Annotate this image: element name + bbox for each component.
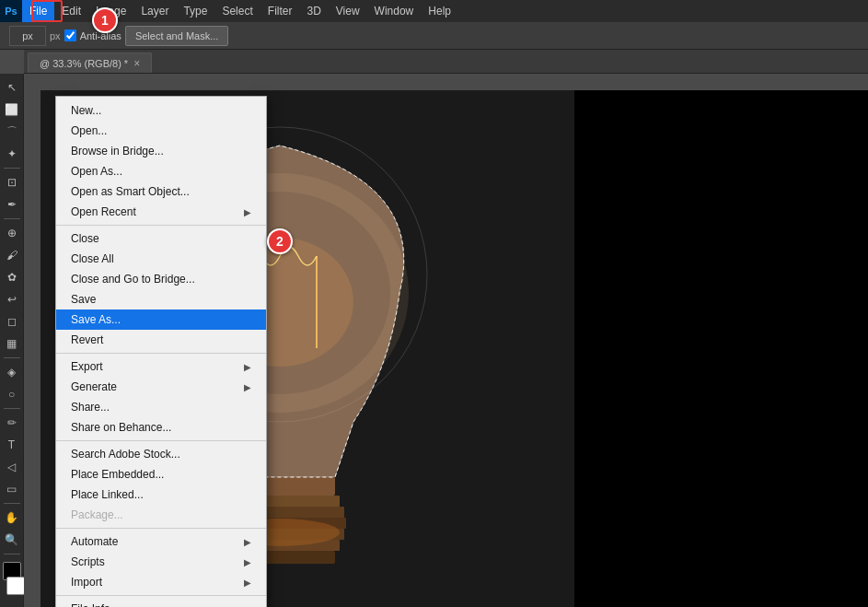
tool-divider-6	[4, 554, 20, 554]
tool-brush[interactable]: 🖌	[2, 245, 22, 265]
tool-background-color[interactable]	[6, 577, 25, 595]
menu-item-browse-bridge[interactable]: Browse in Bridge...	[56, 141, 266, 161]
menu-item-package: Package...	[56, 505, 266, 525]
tool-eraser[interactable]: ◻	[2, 311, 22, 332]
menu-item-close-bridge[interactable]: Close and Go to Bridge...	[56, 269, 266, 289]
toolbar-row: px Anti-alias Select and Mask...	[0, 22, 868, 50]
import-arrow: ▶	[244, 578, 251, 588]
menu-help[interactable]: Help	[421, 0, 458, 22]
automate-arrow: ▶	[244, 537, 251, 547]
menu-item-export[interactable]: Export ▶	[56, 356, 266, 377]
anti-alias-label: Anti-alias	[80, 30, 122, 41]
tab-row: @ 33.3% (RGB/8) * ×	[24, 50, 868, 74]
tab-close-icon[interactable]: ×	[133, 57, 140, 70]
generate-arrow: ▶	[244, 382, 251, 392]
tool-dodge[interactable]: ○	[2, 384, 22, 404]
sep-5	[56, 595, 266, 596]
menu-item-place-embedded[interactable]: Place Embedded...	[56, 464, 266, 484]
menu-item-close-all[interactable]: Close All	[56, 249, 266, 269]
sep-2	[56, 353, 266, 354]
menu-item-import[interactable]: Import ▶	[56, 572, 266, 592]
tool-stamp[interactable]: ✿	[2, 267, 22, 287]
tool-eyedropper[interactable]: ✒	[2, 194, 22, 215]
tool-crop[interactable]: ⊡	[2, 172, 22, 193]
menu-item-automate[interactable]: Automate ▶	[56, 531, 266, 552]
scripts-arrow: ▶	[244, 557, 251, 567]
file-menu: New... Open... Browse in Bridge... Open …	[55, 96, 267, 607]
export-arrow: ▶	[244, 362, 251, 372]
menu-item-generate[interactable]: Generate ▶	[56, 377, 266, 397]
sep-1	[56, 225, 266, 226]
tool-heal[interactable]: ⊕	[2, 223, 22, 243]
tool-text[interactable]: T	[2, 435, 22, 455]
menu-view[interactable]: View	[329, 0, 367, 22]
tool-history[interactable]: ↩	[2, 289, 22, 309]
menu-item-new[interactable]: New...	[56, 100, 266, 121]
menu-edit[interactable]: Edit	[54, 0, 88, 22]
ps-logo: Ps	[0, 0, 22, 22]
sep-3	[56, 440, 266, 441]
menu-item-save-as[interactable]: Save As...	[56, 309, 266, 330]
tool-divider-1	[4, 168, 20, 169]
file-dropdown: New... Open... Browse in Bridge... Open …	[55, 96, 267, 607]
menu-item-open[interactable]: Open...	[56, 121, 266, 141]
tool-wand[interactable]: ✦	[2, 144, 22, 164]
menu-image[interactable]: Image	[88, 0, 133, 22]
tool-pen[interactable]: ✏	[2, 413, 22, 433]
menu-type[interactable]: Type	[176, 0, 214, 22]
tool-divider-5	[4, 503, 20, 504]
size-unit: px	[50, 30, 61, 41]
menu-item-close[interactable]: Close	[56, 228, 266, 249]
tool-divider-3	[4, 357, 20, 358]
menu-bar: Ps File Edit Image Layer Type Select Fil…	[0, 0, 868, 22]
menu-filter[interactable]: Filter	[260, 0, 300, 22]
anti-alias-checkbox[interactable]	[64, 29, 76, 41]
menu-item-scripts[interactable]: Scripts ▶	[56, 552, 266, 572]
document-tab[interactable]: @ 33.3% (RGB/8) * ×	[28, 53, 152, 73]
menu-window[interactable]: Window	[367, 0, 422, 22]
open-recent-arrow: ▶	[244, 207, 251, 217]
menu-layer[interactable]: Layer	[133, 0, 176, 22]
canvas-area: New... Open... Browse in Bridge... Open …	[24, 74, 868, 607]
tool-move[interactable]: ↖	[2, 77, 22, 98]
menu-item-file-info[interactable]: File Info...	[56, 599, 266, 607]
main-area: ↖ ⬜ ⌒ ✦ ⊡ ✒ ⊕ 🖌 ✿ ↩ ◻ ▦ ◈ ○ ✏ T ◁ ▭ ✋ 🔍	[0, 74, 868, 607]
menu-item-share[interactable]: Share...	[56, 397, 266, 417]
tool-path[interactable]: ◁	[2, 457, 22, 477]
tool-shape[interactable]: ▭	[2, 479, 22, 499]
menu-item-open-smart[interactable]: Open as Smart Object...	[56, 181, 266, 202]
tool-blur[interactable]: ◈	[2, 362, 22, 382]
tool-divider-4	[4, 408, 20, 409]
menu-item-revert[interactable]: Revert	[56, 330, 266, 350]
menu-item-save[interactable]: Save	[56, 289, 266, 309]
menu-item-share-behance[interactable]: Share on Behance...	[56, 417, 266, 438]
tool-marquee[interactable]: ⬜	[2, 99, 22, 120]
menu-select[interactable]: Select	[214, 0, 260, 22]
anti-alias-wrap: Anti-alias	[64, 29, 122, 41]
sep-4	[56, 528, 266, 529]
tool-hand[interactable]: ✋	[2, 508, 22, 528]
menu-file[interactable]: File	[22, 0, 54, 22]
tool-gradient[interactable]: ▦	[2, 333, 22, 354]
menu-item-place-linked[interactable]: Place Linked...	[56, 484, 266, 505]
tool-zoom[interactable]: 🔍	[2, 530, 22, 550]
tool-lasso[interactable]: ⌒	[2, 122, 22, 142]
select-mask-button[interactable]: Select and Mask...	[125, 26, 229, 46]
menu-item-search-stock[interactable]: Search Adobe Stock...	[56, 444, 266, 464]
menu-3d[interactable]: 3D	[299, 0, 328, 22]
menu-item-open-as[interactable]: Open As...	[56, 161, 266, 181]
tool-divider-2	[4, 218, 20, 219]
tab-label: @ 33.3% (RGB/8) *	[40, 58, 128, 69]
tools-panel: ↖ ⬜ ⌒ ✦ ⊡ ✒ ⊕ 🖌 ✿ ↩ ◻ ▦ ◈ ○ ✏ T ◁ ▭ ✋ 🔍	[0, 74, 24, 607]
menu-item-open-recent[interactable]: Open Recent ▶	[56, 202, 266, 222]
size-input[interactable]	[9, 26, 46, 46]
